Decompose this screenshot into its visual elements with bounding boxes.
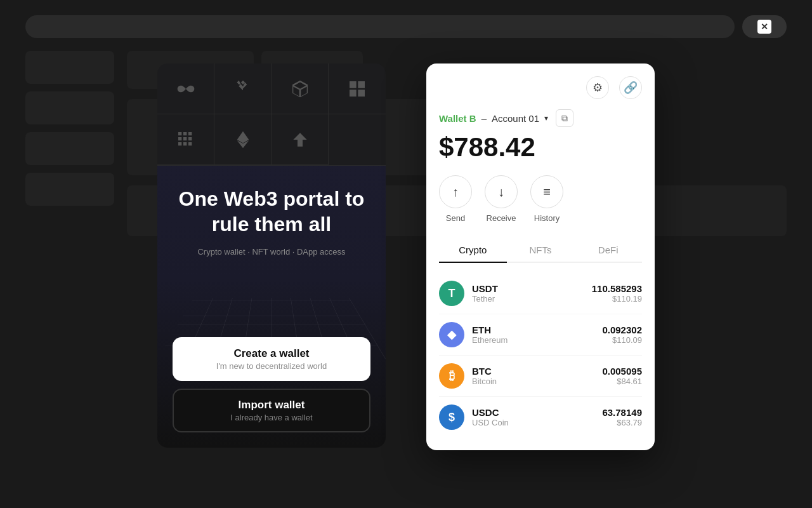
create-wallet-title: Create a wallet — [185, 347, 358, 360]
import-wallet-subtitle: I already have a wallet — [187, 413, 357, 422]
crypto-value: $110.19 — [592, 294, 642, 304]
crypto-value: $63.79 — [602, 418, 642, 427]
crypto-symbol: BTC — [472, 366, 602, 377]
import-wallet-button[interactable]: Import wallet I already have a wallet — [173, 389, 370, 432]
icon-cell-ethereum — [214, 114, 272, 165]
wallet-account-row: Wallet B – Account 01 ▾ ⧉ — [439, 109, 642, 127]
icon-cell-arrow — [272, 114, 329, 165]
browser-bar — [25, 13, 787, 41]
crypto-icon: T — [439, 281, 464, 306]
crypto-symbol: ETH — [472, 324, 602, 335]
bg-sidebar-item — [25, 132, 114, 165]
copy-address-button[interactable]: ⧉ — [556, 109, 573, 127]
onboarding-card: One Web3 portal to rule them all Crypto … — [157, 64, 386, 448]
crypto-name: USD Coin — [472, 418, 602, 427]
crypto-symbol: USDT — [472, 283, 592, 294]
background-content — [25, 51, 787, 483]
crypto-icon: $ — [439, 404, 464, 430]
icon-cell-box — [272, 64, 329, 114]
onboarding-subtitle: Crypto wallet · NFT world · DApp access — [173, 247, 370, 257]
crypto-list: T USDT Tether 110.585293 $110.19 ◆ ETH E… — [439, 273, 642, 438]
onboarding-buttons: Create a wallet I'm new to decentralized… — [173, 337, 370, 432]
create-wallet-subtitle: I'm new to decentralized world — [185, 361, 358, 371]
tab-crypto[interactable]: Crypto — [439, 238, 507, 263]
bg-sidebar-item — [25, 173, 114, 206]
send-button[interactable]: ↑ — [439, 175, 472, 208]
crypto-info: USDC USD Coin — [472, 407, 602, 427]
wallet-account-name: Account 01 — [492, 113, 539, 124]
send-label: Send — [446, 213, 465, 223]
crypto-amounts: 110.585293 $110.19 — [592, 283, 642, 304]
crypto-name: Tether — [472, 294, 592, 304]
crypto-item[interactable]: ₿ BTC Bitcoin 0.005095 $84.61 — [439, 356, 642, 397]
crypto-amounts: 0.005095 $84.61 — [602, 366, 642, 386]
wallet-balance: $788.42 — [439, 132, 642, 163]
crypto-info: USDT Tether — [472, 283, 592, 304]
crypto-info: BTC Bitcoin — [472, 366, 602, 386]
wallet-header: ⚙ 🔗 — [439, 76, 642, 99]
crypto-balance: 63.78149 — [602, 407, 642, 418]
wallet-tabs: Crypto NFTs DeFi — [439, 238, 642, 263]
icon-cell-grid — [329, 64, 386, 114]
settings-icon[interactable]: ⚙ — [586, 76, 609, 99]
import-wallet-title: Import wallet — [187, 399, 357, 411]
crypto-amounts: 0.092302 $110.09 — [602, 324, 642, 345]
tab-defi[interactable]: DeFi — [574, 238, 642, 263]
history-button[interactable]: ≡ — [530, 175, 563, 208]
tab-nfts[interactable]: NFTs — [507, 238, 575, 263]
bg-sidebar-item — [25, 91, 114, 124]
icon-cell-grid2 — [157, 114, 214, 165]
onboarding-content: One Web3 portal to rule them all Crypto … — [157, 166, 386, 448]
wallet-dash: – — [481, 113, 487, 124]
onboarding-title: One Web3 portal to rule them all — [173, 186, 370, 237]
icon-cell-infinity — [157, 64, 214, 114]
bg-sidebar-item — [25, 51, 114, 84]
crypto-item[interactable]: ◆ ETH Ethereum 0.092302 $110.09 — [439, 314, 642, 356]
crypto-name: Ethereum — [472, 335, 602, 345]
link-icon[interactable]: 🔗 — [619, 76, 642, 99]
crypto-info: ETH Ethereum — [472, 324, 602, 345]
crypto-balance: 0.092302 — [602, 324, 642, 335]
account-chevron-icon[interactable]: ▾ — [544, 114, 548, 123]
onboarding-text: One Web3 portal to rule them all Crypto … — [173, 166, 370, 262]
crypto-amounts: 63.78149 $63.79 — [602, 407, 642, 427]
crypto-value: $84.61 — [602, 377, 642, 386]
icon-cell-binance — [214, 64, 272, 114]
create-wallet-button[interactable]: Create a wallet I'm new to decentralized… — [173, 337, 370, 381]
history-action[interactable]: ≡ History — [530, 175, 563, 223]
url-bar — [25, 15, 735, 38]
send-action[interactable]: ↑ Send — [439, 175, 472, 223]
wallet-actions: ↑ Send ↓ Receive ≡ History — [439, 175, 642, 223]
wallet-panel: ⚙ 🔗 Wallet B – Account 01 ▾ ⧉ $788.42 ↑ … — [426, 64, 655, 450]
history-label: History — [534, 213, 560, 223]
crypto-symbol: USDC — [472, 407, 602, 418]
crypto-icon: ◆ — [439, 322, 464, 347]
crypto-balance: 110.585293 — [592, 283, 642, 294]
crypto-item[interactable]: T USDT Tether 110.585293 $110.19 — [439, 273, 642, 314]
crypto-item[interactable]: $ USDC USD Coin 63.78149 $63.79 — [439, 397, 642, 438]
crypto-value: $110.09 — [602, 335, 642, 345]
icon-grid — [157, 64, 386, 166]
wallet-name: Wallet B — [439, 113, 476, 124]
background-sidebar — [25, 51, 114, 483]
receive-label: Receive — [487, 213, 516, 223]
receive-button[interactable]: ↓ — [485, 175, 518, 208]
extension-icon — [757, 20, 771, 34]
crypto-balance: 0.005095 — [602, 366, 642, 377]
extension-button[interactable] — [742, 15, 787, 38]
crypto-icon: ₿ — [439, 363, 464, 389]
receive-action[interactable]: ↓ Receive — [485, 175, 518, 223]
crypto-name: Bitcoin — [472, 377, 602, 386]
